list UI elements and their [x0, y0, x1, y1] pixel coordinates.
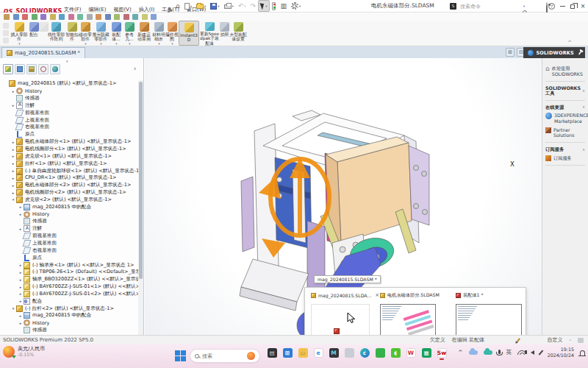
minimize-button[interactable]: [557, 1, 567, 12]
section-subscription-collapse-icon[interactable]: ∧: [582, 147, 585, 152]
tree-item[interactable]: 上视基准面: [0, 116, 138, 124]
tree-item[interactable]: ▸CPU_DR<1> (默认) <默认_显示状态-1>: [0, 174, 138, 182]
taskbar-app-notebook[interactable]: ▤: [266, 348, 278, 363]
mini-tool-icon-1[interactable]: [13, 14, 19, 20]
task-pane-tab[interactable]: SOLIDWORKS: [523, 47, 585, 58]
mini-tool-icon-5[interactable]: [50, 14, 56, 20]
tree-item[interactable]: 上视基准面: [0, 240, 138, 247]
taskbar-app-gray[interactable]: [343, 348, 355, 363]
taskbar-app-wps[interactable]: W: [405, 348, 417, 363]
mini-tool-icon-7[interactable]: [68, 14, 74, 20]
wifi-icon[interactable]: [517, 350, 525, 355]
move-component-button-dropdown[interactable]: ▾: [85, 42, 86, 46]
open-doc-tile-magnet-header[interactable]: 电机永磁体部分.SLDASM: [380, 291, 448, 299]
show-hidden-components-button[interactable]: 显示隐藏零部件▾: [92, 21, 110, 46]
print-icon[interactable]: ▾: [222, 0, 236, 12]
tree-item[interactable]: ▸mag_20240815 中的配合: [0, 312, 138, 319]
tree-expand-icon[interactable]: ▸: [10, 191, 16, 195]
tree-item[interactable]: ▾虎克铰<2> (默认) <默认_显示状态-1>: [0, 197, 138, 204]
tree-item[interactable]: 右视基准面: [0, 124, 138, 131]
mini-tool-icon-16[interactable]: [151, 14, 157, 20]
tree-expand-icon[interactable]: ▸: [10, 154, 16, 158]
mini-tool-icon-2[interactable]: [22, 14, 28, 20]
task-pane-pin-icon[interactable]: [578, 51, 581, 54]
taskbar-app-solidworks[interactable]: Sw: [436, 348, 448, 363]
tree-item[interactable]: ▸拉杆<1> (默认) <默认_显示状态-1>: [0, 160, 138, 167]
taskbar-app-b[interactable]: ▦: [420, 348, 432, 363]
undo-icon[interactable]: ↶▾: [236, 0, 248, 12]
save-icon-dropdown[interactable]: ▾: [218, 4, 219, 8]
select-cursor-icon-dropdown[interactable]: ▾: [265, 4, 267, 8]
new-file-icon-dropdown[interactable]: ▾: [190, 4, 192, 8]
update-speedpak-button[interactable]: 更新Speedpak子装配体: [199, 21, 220, 46]
dimxpertmanager-tab[interactable]: [38, 64, 49, 74]
search-dropdown-icon[interactable]: ▾: [523, 4, 525, 8]
tree-item[interactable]: ▸History: [0, 210, 138, 218]
mate-button[interactable]: 配合: [28, 21, 40, 46]
assembly-features-button[interactable]: 装配体...▾: [110, 21, 123, 46]
pen-icon[interactable]: [539, 350, 543, 355]
section-solidworks-tools[interactable]: SOLIDWORKS 工具∧: [545, 85, 585, 96]
tree-expand-icon[interactable]: ▾: [10, 197, 16, 202]
mini-tool-icon-13[interactable]: [123, 14, 129, 20]
tree-item[interactable]: 传感器: [0, 327, 138, 334]
linear-pattern-button[interactable]: 线性零部件阵列: [47, 21, 65, 46]
cloud-sync-icon[interactable]: [469, 350, 478, 355]
tree-expand-icon[interactable]: ▸: [18, 299, 24, 303]
mini-tool-icon-12[interactable]: [114, 14, 120, 20]
tree-item[interactable]: ▸电机永磁体部分<1> (默认) <默认_显示状态-1>: [0, 138, 138, 146]
tree-expand-icon[interactable]: ▸: [10, 161, 16, 166]
tree-expand-icon[interactable]: ▸: [18, 205, 24, 209]
tree-item[interactable]: ▸注解: [0, 225, 138, 233]
section-online-resources[interactable]: 在线资源∧: [545, 105, 585, 110]
3dexperience-marketplace-link[interactable]: 3DEXPERIENCE Marketplace: [545, 113, 585, 124]
taskbar-app-wechat[interactable]: ◖: [390, 348, 401, 363]
exploded-view-button-dropdown[interactable]: ▾: [171, 42, 173, 46]
tree-item[interactable]: 传感器: [0, 95, 138, 102]
tree-expand-icon[interactable]: ▸: [18, 227, 24, 231]
bill-of-materials-button[interactable]: 材料明细表▾: [152, 21, 165, 46]
tree-item[interactable]: 右视基准面: [0, 247, 138, 254]
tree-item[interactable]: ▸配合: [0, 297, 138, 305]
tree-item[interactable]: ▸mag_20240815 中的配合: [0, 203, 138, 210]
tree-item[interactable]: ▸(-) BAY6700ZZ-J-SUS-01<1> (默认) <<默认>_显示…: [0, 283, 138, 291]
mini-tool-icon-11[interactable]: [105, 14, 111, 20]
tree-expand-icon[interactable]: ▸: [18, 263, 24, 267]
home-icon[interactable]: ⌂: [173, 0, 182, 12]
reference-geometry-button-dropdown[interactable]: ▾: [129, 42, 130, 46]
open-doc-tile-assembly1[interactable]: 装配体1 *: [456, 291, 523, 299]
mini-tool-icon-0[interactable]: [4, 14, 10, 20]
take-snapshot-button[interactable]: 拍照: [220, 21, 229, 46]
mini-tool-icon-8[interactable]: [77, 14, 83, 20]
taskbar-app-green[interactable]: [374, 348, 386, 363]
tree-item[interactable]: 传感器: [0, 218, 138, 225]
move-component-button[interactable]: 移动零部件▾: [79, 21, 92, 46]
tree-item[interactable]: 前视基准面: [0, 109, 138, 116]
show-hidden-components-button-dropdown[interactable]: ▾: [100, 42, 101, 46]
notification-bell-icon[interactable]: [580, 350, 585, 355]
taskbar-app-ie[interactable]: e: [312, 348, 324, 363]
taskbar-app-m[interactable]: M: [328, 348, 340, 363]
tray-chevron-icon[interactable]: ^: [458, 349, 462, 355]
exploded-view-button[interactable]: 爆炸视图▾: [165, 21, 179, 46]
featuremanager-tab[interactable]: [3, 64, 13, 74]
undo-icon-dropdown[interactable]: ▾: [244, 4, 245, 8]
taskbar-app-explorer[interactable]: ▭: [297, 348, 309, 363]
tree-expand-icon[interactable]: ▸: [18, 314, 24, 318]
document-tab[interactable]: mag_20240815.SLDASM *: [1, 47, 85, 58]
panel-expand-icon[interactable]: ›: [134, 66, 136, 72]
tree-expand-icon[interactable]: ▸: [18, 285, 24, 289]
volume-icon[interactable]: [531, 350, 534, 355]
open-icon-dropdown[interactable]: ▾: [204, 4, 206, 8]
cloud-drive-icon[interactable]: [484, 350, 492, 355]
open-doc-tile-current-header[interactable]: mag_20240815.SLDA...×: [311, 291, 376, 299]
subscription-service-link[interactable]: 订阅服务: [545, 155, 585, 161]
customize-menu[interactable]: 自定义: [547, 336, 562, 344]
tree-item[interactable]: ▸History: [0, 88, 138, 95]
tree-expand-icon[interactable]: ▸: [18, 277, 24, 282]
new-file-icon[interactable]: ▾: [182, 0, 194, 12]
weather-finance-widget[interactable]: 美元/人民币 -0.15%: [3, 346, 45, 358]
mini-tool-icon-15[interactable]: [142, 14, 148, 20]
welcome-solidworks[interactable]: ⌂ 欢迎使用 SOLIDWORKS: [545, 66, 585, 77]
mini-tool-icon-10[interactable]: [96, 14, 101, 20]
